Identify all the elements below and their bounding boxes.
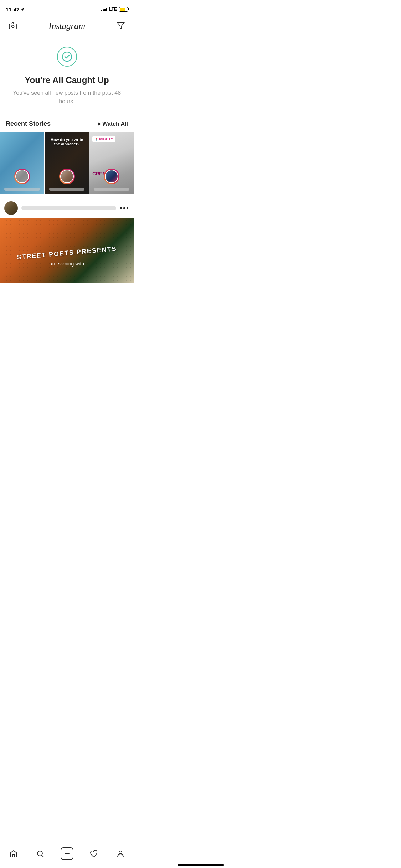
stories-section-title: Recent Stories [6, 120, 51, 128]
stories-grid: How do you write the alphabet? 📍 MIGHTY … [0, 132, 134, 194]
caught-up-title: You're All Caught Up [25, 75, 109, 85]
story-username-1 [4, 188, 40, 191]
status-icons: LTE ⚡ [101, 7, 128, 12]
story-card-1[interactable] [0, 132, 44, 194]
story-avatar-container-2 [59, 169, 75, 184]
story-card-3[interactable]: 📍 MIGHTY CREAT [89, 132, 134, 194]
caught-up-subtitle: You've seen all new posts from the past … [7, 89, 127, 106]
battery-icon: ⚡ [119, 7, 128, 12]
camera-button[interactable] [6, 19, 20, 33]
story-username-3 [94, 188, 129, 191]
post-username [21, 206, 116, 210]
story-avatar-ring-2 [59, 169, 75, 184]
watch-all-button[interactable]: Watch All [98, 121, 128, 127]
avatar-image [4, 201, 18, 215]
story-avatar-3 [105, 170, 118, 183]
status-bar: 11:47 LTE ⚡ [0, 0, 134, 16]
location-label: MIGHTY [99, 137, 113, 141]
more-options-button[interactable]: ••• [120, 205, 129, 212]
location-arrow-icon [21, 7, 24, 11]
story-card-2[interactable]: How do you write the alphabet? [45, 132, 89, 194]
avatar-image-1 [16, 170, 28, 182]
header: Instagram [0, 16, 134, 36]
direct-messages-button[interactable] [114, 19, 128, 33]
post-header: ••• [0, 198, 134, 218]
svg-marker-2 [117, 22, 124, 29]
recent-stories-section: Recent Stories Watch All How do you writ… [0, 113, 134, 194]
battery-fill: ⚡ [120, 8, 125, 11]
feed-post: ••• STREET POETS PRESENTS an evening wit… [0, 198, 134, 283]
post-avatar[interactable] [4, 201, 18, 215]
svg-point-3 [62, 52, 72, 61]
story-avatar-container-1 [14, 169, 30, 184]
time-display: 11:47 [6, 6, 19, 12]
caught-up-section: You're All Caught Up You've seen all new… [0, 36, 134, 113]
svg-point-1 [12, 25, 14, 28]
caught-up-divider [7, 47, 127, 67]
story-avatar-ring-1 [14, 169, 30, 184]
story-bg-1 [0, 132, 44, 194]
story-avatar-1 [15, 170, 29, 183]
location-pin-icon: 📍 [94, 138, 98, 141]
story-avatar-container-3 [104, 169, 119, 184]
story-text-overlay-2: How do you write the alphabet? [48, 138, 86, 146]
svg-rect-0 [9, 24, 16, 29]
charging-bolt: ⚡ [121, 8, 124, 11]
watch-all-label: Watch All [102, 121, 128, 127]
avatar-image-3 [106, 170, 118, 182]
avatar-image-2 [61, 170, 73, 182]
divider-right [81, 57, 127, 57]
checkmark-icon [62, 52, 72, 62]
divider-left [7, 57, 53, 57]
story-location-tag: 📍 MIGHTY [92, 136, 115, 142]
dm-icon [117, 21, 125, 30]
play-icon [98, 122, 101, 126]
story-avatar-ring-3 [104, 169, 119, 184]
status-time: 11:47 [6, 6, 24, 12]
checkmark-circle [57, 47, 77, 67]
stories-header: Recent Stories Watch All [0, 120, 134, 132]
post-image-subtext: an evening with [0, 261, 134, 267]
story-username-2 [49, 188, 85, 191]
camera-icon [9, 21, 17, 30]
lte-label: LTE [109, 7, 117, 12]
story-avatar-2 [60, 170, 74, 183]
post-image: STREET POETS PRESENTS an evening with [0, 218, 134, 283]
app-logo: Instagram [48, 20, 85, 31]
signal-icon [101, 7, 107, 11]
